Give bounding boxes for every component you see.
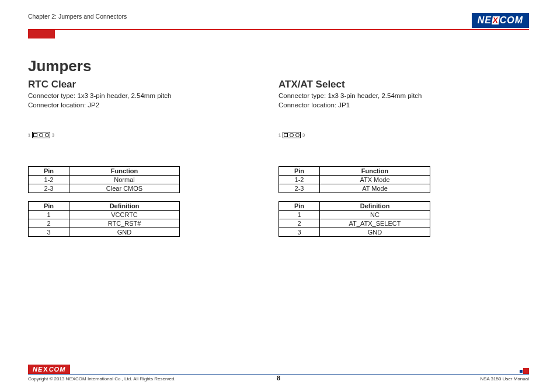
jumper-header-icon	[32, 132, 50, 138]
page-number: 8	[0, 374, 557, 382]
table-row: 1-2 ATX Mode	[279, 176, 430, 184]
section-desc-atx: Connector type: 1x3 3-pin header, 2.54mm…	[278, 92, 529, 110]
section-title-atx: ATX/AT Select	[278, 79, 529, 90]
pin-1-square-icon	[284, 133, 288, 137]
footer-deco-icon	[520, 368, 529, 374]
table-row: 1-2 Normal	[29, 176, 180, 184]
jumper-diagram-atx: 1 3	[278, 132, 529, 138]
table-row: 2-3 AT Mode	[279, 184, 430, 193]
jumper-diagram-rtc: 1 3	[28, 132, 278, 138]
table-row: Pin Definition	[279, 202, 430, 211]
pin-2-circle-icon	[290, 133, 294, 137]
function-table-atx: Pin Function 1-2 ATX Mode 2-3 AT Mode	[278, 166, 430, 193]
logo-pre: NE	[478, 15, 492, 26]
function-table-rtc: Pin Function 1-2 Normal 2-3 Clear CMOS	[28, 166, 180, 193]
table-row: 1 NC	[279, 211, 430, 219]
table-row: 2-3 Clear CMOS	[29, 184, 180, 193]
logo-post: COM	[500, 15, 523, 26]
table-row: 2 AT_ATX_SELECT	[279, 219, 430, 228]
section-title-rtc: RTC Clear	[28, 79, 278, 90]
definition-table-rtc: Pin Definition 1 VCCRTC 2 RTC_RST# 3 GND	[28, 201, 180, 237]
brand-logo: NE X COM	[472, 13, 529, 28]
table-row: Pin Function	[279, 167, 430, 176]
pin-2-circle-icon	[39, 133, 43, 137]
pin-label-left: 1	[278, 133, 281, 137]
logo-x-icon: X	[492, 16, 500, 24]
pin-label-left: 1	[28, 133, 30, 137]
chapter-label: Chapter 2: Jumpers and Connectors	[28, 13, 127, 20]
page-title: Jumpers	[28, 57, 529, 75]
table-row: 3 GND	[29, 228, 180, 237]
pin-3-circle-icon	[45, 133, 49, 137]
definition-table-atx: Pin Definition 1 NC 2 AT_ATX_SELECT 3 GN…	[278, 201, 430, 237]
footer-brand-logo: NEXCOM	[28, 365, 70, 374]
table-row: Pin Function	[29, 167, 180, 176]
table-row: 3 GND	[279, 228, 430, 237]
table-row: Pin Definition	[29, 202, 180, 211]
pin-1-square-icon	[33, 133, 37, 137]
pin-label-right: 3	[52, 133, 54, 137]
section-desc-rtc: Connector type: 1x3 3-pin header, 2.54mm…	[28, 92, 278, 110]
table-row: 1 VCCRTC	[29, 211, 180, 219]
pin-label-right: 3	[302, 133, 305, 137]
accent-bar	[28, 30, 55, 38]
table-row: 2 RTC_RST#	[29, 219, 180, 228]
pin-3-circle-icon	[295, 133, 300, 137]
jumper-header-icon	[283, 132, 301, 138]
